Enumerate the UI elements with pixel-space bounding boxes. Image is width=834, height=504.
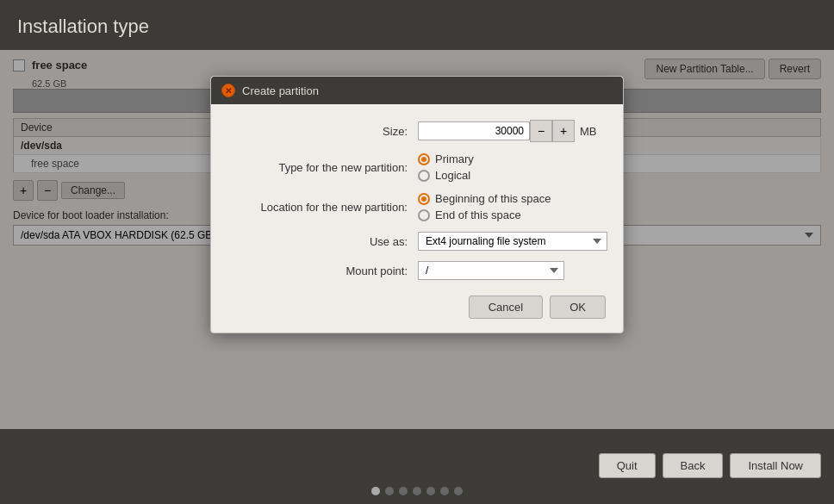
dot-7 <box>454 487 463 495</box>
size-input-group: − + MB <box>418 120 606 142</box>
cancel-button[interactable]: Cancel <box>469 296 543 319</box>
main-content: free space 62.5 GB Device Type Mount poi… <box>0 50 834 429</box>
dot-3 <box>399 487 408 495</box>
dialog-buttons: Cancel OK <box>228 290 606 319</box>
use-as-select[interactable]: Ext4 journaling file system Ext3 journal… <box>418 232 607 251</box>
install-now-button[interactable]: Install Now <box>730 453 821 478</box>
radio-primary-dot <box>421 157 426 162</box>
radio-end-btn[interactable] <box>418 209 430 221</box>
dot-5 <box>426 487 435 495</box>
dialog-title: Create partition <box>242 84 319 97</box>
size-label: Size: <box>228 125 418 138</box>
mount-point-row: Mount point: / /home /boot /tmp /usr /va… <box>228 261 606 280</box>
location-row: Location for the new partition: Beginnin… <box>228 192 606 221</box>
radio-beginning-label: Beginning of this space <box>435 192 551 205</box>
page-title: Installation type <box>17 16 817 38</box>
dot-6 <box>440 487 449 495</box>
ok-button[interactable]: OK <box>550 296 606 319</box>
bottom-buttons: Quit Back Install Now <box>13 453 821 478</box>
dialog-titlebar: ✕ Create partition <box>211 77 623 104</box>
size-decrease-button[interactable]: − <box>530 120 552 142</box>
radio-end[interactable]: End of this space <box>418 208 606 221</box>
bottom-bar: Quit Back Install Now <box>0 445 834 504</box>
use-as-label: Use as: <box>228 235 418 248</box>
size-input[interactable] <box>418 121 530 140</box>
radio-logical[interactable]: Logical <box>418 169 606 182</box>
partition-type-label: Type for the new partition: <box>228 161 418 174</box>
size-row: Size: − + MB <box>228 120 606 142</box>
modal-overlay: ✕ Create partition Size: − + MB <box>0 50 834 429</box>
dot-2 <box>385 487 394 495</box>
dots-indicator <box>371 487 463 495</box>
radio-beginning[interactable]: Beginning of this space <box>418 192 606 205</box>
radio-primary-btn[interactable] <box>418 153 430 165</box>
partition-type-control: Primary Logical <box>418 152 606 182</box>
radio-beginning-btn[interactable] <box>418 193 430 205</box>
radio-primary-label: Primary <box>435 152 474 165</box>
radio-logical-btn[interactable] <box>418 170 430 182</box>
location-label: Location for the new partition: <box>228 201 418 214</box>
use-as-control: Ext4 journaling file system Ext3 journal… <box>418 232 607 251</box>
title-bar: Installation type <box>0 0 834 50</box>
mount-point-control: / /home /boot /tmp /usr /var <box>418 261 606 280</box>
use-as-row: Use as: Ext4 journaling file system Ext3… <box>228 232 606 251</box>
quit-button[interactable]: Quit <box>599 453 656 478</box>
radio-end-label: End of this space <box>435 208 521 221</box>
radio-primary[interactable]: Primary <box>418 152 606 165</box>
location-control: Beginning of this space End of this spac… <box>418 192 606 221</box>
partition-type-radio-group: Primary Logical <box>418 152 606 182</box>
close-dialog-button[interactable]: ✕ <box>221 84 235 97</box>
dot-1 <box>371 487 380 495</box>
location-radio-group: Beginning of this space End of this spac… <box>418 192 606 221</box>
size-increase-button[interactable]: + <box>552 120 575 142</box>
mount-point-select[interactable]: / /home /boot /tmp /usr /var <box>418 261 564 280</box>
create-partition-dialog: ✕ Create partition Size: − + MB <box>210 76 624 333</box>
size-control: − + MB <box>418 120 606 142</box>
dot-4 <box>413 487 421 495</box>
partition-type-row: Type for the new partition: Primary <box>228 152 606 182</box>
radio-logical-label: Logical <box>435 169 470 182</box>
dialog-body: Size: − + MB Type for the new partition: <box>211 104 623 333</box>
back-button[interactable]: Back <box>663 453 724 478</box>
mount-point-label: Mount point: <box>228 264 418 277</box>
size-unit: MB <box>580 125 597 138</box>
radio-beginning-dot <box>421 196 426 202</box>
